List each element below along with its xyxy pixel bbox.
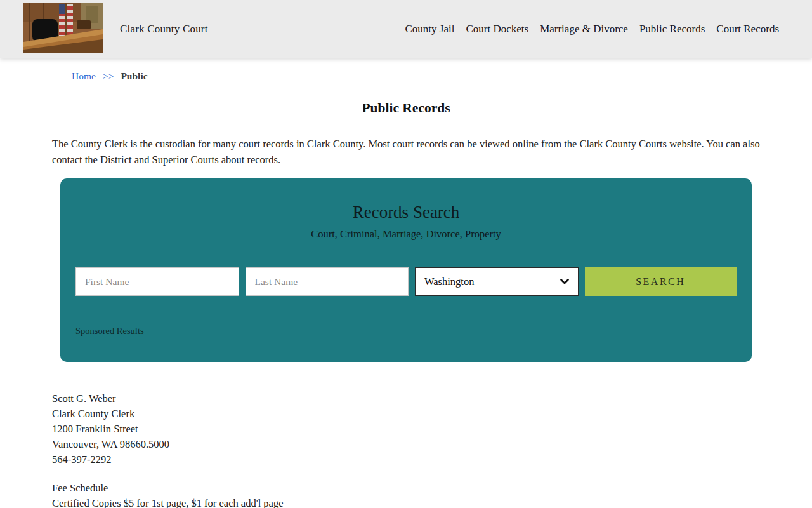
contact-title: Clark County Clerk (52, 406, 760, 422)
contact-phone: 564-397-2292 (52, 452, 760, 467)
main-nav: County Jail Court Dockets Marriage & Div… (405, 23, 779, 36)
contact-name: Scott G. Weber (52, 391, 760, 406)
site-header: Clark County Court County Jail Court Doc… (0, 0, 812, 58)
breadcrumb: Home >> Public (0, 58, 812, 82)
records-search-subtitle: Court, Criminal, Marriage, Divorce, Prop… (75, 228, 737, 241)
sponsored-results-label: Sponsored Results (75, 326, 737, 337)
intro-paragraph: The County Clerk is the custodian for ma… (52, 136, 760, 168)
nav-item-marriage-divorce[interactable]: Marriage & Divorce (540, 23, 628, 36)
nav-item-public-records[interactable]: Public Records (639, 23, 705, 36)
search-form-row: Washington SEARCH (75, 267, 737, 296)
page-title: Public Records (0, 100, 812, 116)
contact-street: 1200 Franklin Street (52, 422, 760, 437)
fee-schedule-detail: Certified Copies $5 for 1st page, $1 for… (52, 496, 760, 508)
state-select[interactable]: Washington (415, 267, 579, 296)
last-name-input[interactable] (246, 267, 409, 296)
courtroom-logo-image (23, 3, 103, 53)
records-search-title: Records Search (75, 203, 737, 222)
fee-schedule-block: Fee Schedule Certified Copies $5 for 1st… (52, 481, 760, 508)
contact-city: Vancouver, WA 98660.5000 (52, 437, 760, 452)
nav-item-court-dockets[interactable]: Court Dockets (466, 23, 528, 36)
nav-item-court-records[interactable]: Court Records (716, 23, 779, 36)
breadcrumb-separator: >> (103, 70, 114, 82)
nav-item-county-jail[interactable]: County Jail (405, 23, 455, 36)
site-title: Clark County Court (120, 23, 208, 36)
clerk-contact-block: Scott G. Weber Clark County Clerk 1200 F… (52, 391, 760, 467)
search-button[interactable]: SEARCH (585, 267, 737, 296)
breadcrumb-current: Public (121, 70, 147, 82)
breadcrumb-home-link[interactable]: Home (72, 70, 96, 82)
state-select-value: Washington (424, 276, 474, 288)
chevron-down-icon (560, 279, 569, 284)
records-search-panel: Records Search Court, Criminal, Marriage… (60, 178, 752, 362)
fee-schedule-heading: Fee Schedule (52, 481, 760, 496)
first-name-input[interactable] (75, 267, 239, 296)
